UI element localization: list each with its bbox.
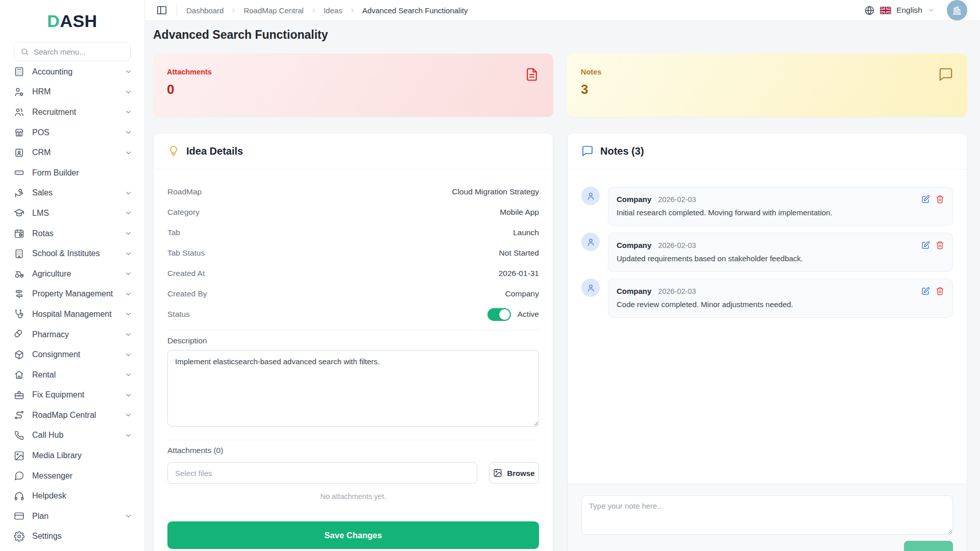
note-text: Updated requirements based on stakeholde… xyxy=(617,254,944,263)
sidebar-item-label: RoadMap Central xyxy=(32,411,117,420)
chevron-down-icon xyxy=(125,290,132,298)
lms-icon xyxy=(14,208,24,218)
sidebar-item-label: Form Builder xyxy=(32,168,132,178)
chevron-down-icon xyxy=(125,310,132,318)
sidebar-item-helpdesk[interactable]: Helpdesk xyxy=(0,486,144,506)
detail-row-tab-status: Tab StatusNot Started xyxy=(167,243,539,263)
attachments-stat-value: 0 xyxy=(167,82,540,97)
notes-header: Notes (3) xyxy=(568,133,967,169)
note-author: Company xyxy=(617,241,651,249)
sidebar-item-property-management[interactable]: Property Management xyxy=(0,284,144,305)
sidebar-item-school-institutes[interactable]: School & Institutes xyxy=(0,243,144,264)
sidebar-item-sales[interactable]: Sales xyxy=(0,183,144,204)
description-textarea[interactable]: Implement elasticsearch-based advanced s… xyxy=(167,350,539,427)
chevron-down-icon xyxy=(125,149,132,157)
sidebar-item-hospital-management[interactable]: Hospital Management xyxy=(0,304,144,324)
note-date: 2026-02-03 xyxy=(658,287,696,295)
note-avatar xyxy=(581,233,600,251)
chevron-right-icon xyxy=(310,7,317,14)
helpdesk-icon xyxy=(14,491,24,502)
detail-label: Tab Status xyxy=(167,248,205,258)
chevron-down-icon xyxy=(125,391,132,399)
delete-note-button[interactable] xyxy=(936,287,944,295)
sidebar-item-label: Consignment xyxy=(32,350,117,359)
sidebar-item-fix-equipment[interactable]: Fix Equipment xyxy=(0,385,144,406)
sidebar-item-label: Settings xyxy=(32,532,132,541)
sidebar-item-rental[interactable]: Rental xyxy=(0,365,144,385)
detail-row-created-by: Created ByCompany xyxy=(167,284,539,304)
status-label: Status xyxy=(167,310,190,319)
notes-stat-value: 3 xyxy=(581,82,953,97)
browse-button[interactable]: Browse xyxy=(489,462,539,484)
main-area: DashboardRoadMap CentralIdeasAdvanced Se… xyxy=(145,0,980,551)
note-card: Company2026-02-03Code review completed. … xyxy=(608,279,953,318)
sidebar-item-roadmap-central[interactable]: RoadMap Central xyxy=(0,405,144,425)
note-item: Company2026-02-03Initial research comple… xyxy=(581,187,953,226)
breadcrumb-item-roadmap-central[interactable]: RoadMap Central xyxy=(243,6,304,15)
brand-logo[interactable]: DASH xyxy=(0,0,144,33)
sidebar-item-messenger[interactable]: Messenger xyxy=(0,466,144,486)
idea-details-header: Idea Details xyxy=(154,133,553,169)
fix-equipment-icon xyxy=(14,390,24,400)
sidebar-item-call-hub[interactable]: Call Hub xyxy=(0,425,144,446)
sidebar-item-pharmacy[interactable]: Pharmacy xyxy=(0,324,144,345)
chevron-down-icon xyxy=(125,371,132,379)
edit-note-button[interactable] xyxy=(921,241,930,249)
sidebar-item-media-library[interactable]: Media Library xyxy=(0,445,144,466)
sidebar-item-label: Pharmacy xyxy=(32,330,117,339)
note-avatar xyxy=(581,279,600,297)
idea-details-title: Idea Details xyxy=(186,145,243,157)
language-selector[interactable]: English xyxy=(864,5,935,16)
detail-value: Cloud Migration Strategy xyxy=(452,187,539,196)
edit-icon xyxy=(921,241,930,249)
edit-note-button[interactable] xyxy=(921,195,930,204)
sidebar-item-label: Plan xyxy=(32,512,117,521)
delete-note-button[interactable] xyxy=(936,195,944,204)
sidebar-item-plan[interactable]: Plan xyxy=(0,506,144,527)
chevron-down-icon xyxy=(125,189,132,197)
sidebar-item-accounting[interactable]: Accounting xyxy=(0,62,144,82)
messenger-icon xyxy=(14,470,24,481)
detail-value: 2026-01-31 xyxy=(499,269,539,278)
message-square-icon xyxy=(938,67,953,82)
note-input[interactable] xyxy=(581,495,953,535)
attachments-section-label: Attachments (0) xyxy=(167,446,539,455)
logo-letter-d: D xyxy=(47,11,60,31)
uk-flag-icon xyxy=(880,7,891,14)
file-select-input[interactable] xyxy=(167,462,477,484)
sidebar-item-pos[interactable]: POS xyxy=(0,122,144,143)
sidebar-item-label: CRM xyxy=(32,148,117,157)
sidebar-item-form-builder[interactable]: Form Builder xyxy=(0,163,144,183)
sidebar-item-hrm[interactable]: HRM xyxy=(0,82,144,103)
user-avatar[interactable] xyxy=(947,0,967,20)
detail-row-roadmap: RoadMapCloud Migration Strategy xyxy=(167,182,539,202)
edit-note-button[interactable] xyxy=(921,287,930,295)
chevron-down-icon xyxy=(125,351,132,359)
chevron-down-icon xyxy=(125,209,132,217)
add-note-button[interactable] xyxy=(904,541,953,551)
sidebar-item-label: LMS xyxy=(32,209,117,218)
note-author: Company xyxy=(617,287,651,295)
sidebar-item-crm[interactable]: CRM xyxy=(0,142,144,163)
status-toggle[interactable] xyxy=(487,308,511,321)
sidebar-toggle-icon[interactable] xyxy=(156,5,167,16)
search-input[interactable] xyxy=(34,47,135,56)
delete-note-button[interactable] xyxy=(936,241,944,249)
detail-label: RoadMap xyxy=(167,187,202,196)
sidebar-item-rotas[interactable]: Rotas xyxy=(0,223,144,244)
chevron-down-icon xyxy=(125,68,132,76)
sidebar-item-label: Fix Equipment xyxy=(32,390,117,399)
sidebar-item-settings[interactable]: Settings xyxy=(0,527,144,547)
divider xyxy=(167,513,539,514)
breadcrumb-item-dashboard[interactable]: Dashboard xyxy=(186,6,224,15)
breadcrumb-item-ideas[interactable]: Ideas xyxy=(324,6,342,15)
sidebar-item-agriculture[interactable]: Agriculture xyxy=(0,264,144,284)
sidebar-item-recruitment[interactable]: Recruitment xyxy=(0,102,144,122)
sidebar-item-lms[interactable]: LMS xyxy=(0,203,144,223)
save-changes-button[interactable]: Save Changes xyxy=(167,521,539,549)
sidebar-item-consignment[interactable]: Consignment xyxy=(0,344,144,365)
description-label: Description xyxy=(167,336,539,345)
chevron-down-icon xyxy=(125,129,132,136)
detail-row-category: CategoryMobile App xyxy=(167,202,539,222)
no-attachments-text: No attachments yet. xyxy=(167,492,539,500)
